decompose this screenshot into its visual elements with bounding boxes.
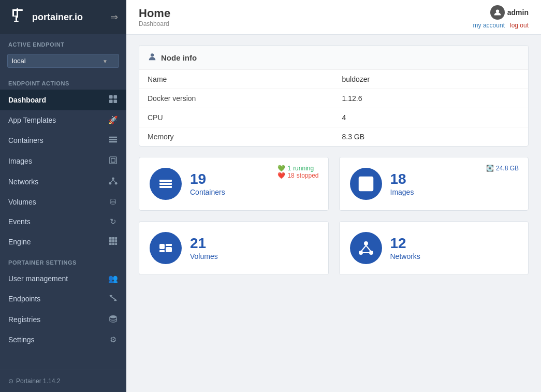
svg-rect-13: [109, 157, 116, 164]
images-stat-icon: [358, 176, 374, 192]
volumes-icon-circle: [150, 232, 182, 264]
images-count: 18: [390, 171, 414, 187]
networks-stat-info: 12 Networks: [390, 236, 420, 261]
svg-rect-12: [109, 141, 116, 142]
networks-stat-card[interactable]: 12 Networks: [339, 221, 529, 275]
sidebar-item-user-management[interactable]: User management 👥: [0, 269, 126, 288]
registries-icon: [108, 314, 118, 325]
sidebar-item-volumes[interactable]: Volumes ⛁: [0, 192, 126, 212]
sidebar-item-containers[interactable]: Containers: [0, 130, 126, 151]
svg-line-48: [366, 245, 371, 251]
svg-rect-4: [16, 17, 17, 21]
sidebar-item-images[interactable]: Images: [0, 151, 126, 171]
node-name-value: buldozer: [334, 70, 529, 89]
node-info-table: Name buldozer Docker version 1.12.6 CPU …: [139, 70, 528, 146]
endpoints-icon: [108, 294, 118, 304]
settings-icon: ⚙: [108, 335, 118, 344]
volumes-stat-card[interactable]: 21 Volumes: [139, 221, 329, 275]
node-name-label: Name: [139, 70, 334, 89]
containers-stat-info: 19 Containers: [190, 171, 225, 197]
endpoint-actions-label: ENDPOINT ACTIONS: [0, 73, 126, 90]
portainer-settings-label: PORTAINER SETTINGS: [0, 252, 126, 269]
svg-rect-39: [362, 180, 370, 188]
svg-rect-41: [159, 250, 165, 252]
sidebar-item-app-templates-label: App Templates: [8, 116, 56, 124]
containers-icon-circle: [150, 168, 182, 200]
cpu-label: CPU: [139, 108, 334, 127]
sidebar-item-settings-label: Settings: [8, 336, 35, 344]
user-info: admin: [490, 5, 529, 20]
svg-rect-22: [115, 237, 117, 240]
active-endpoint-label: ACTIVE ENDPOINT: [0, 34, 126, 51]
sidebar-item-containers-label: Containers: [8, 136, 43, 144]
sidebar-item-user-management-label: User management: [8, 274, 68, 283]
app-templates-icon: 🚀: [108, 115, 118, 125]
sidebar-item-engine-label: Engine: [8, 238, 31, 246]
svg-rect-37: [159, 186, 172, 188]
svg-rect-20: [109, 237, 111, 240]
sidebar-item-registries-label: Registries: [8, 315, 40, 324]
svg-line-18: [110, 180, 113, 182]
page-title: Home: [139, 7, 170, 20]
svg-rect-21: [112, 237, 114, 240]
images-stat-card[interactable]: 18 Images 💽 24.8 GB: [339, 157, 529, 211]
containers-side-info: 💚 1 running ❤️ 18 stopped: [277, 165, 318, 179]
svg-rect-23: [109, 240, 111, 243]
svg-line-19: [113, 180, 115, 182]
svg-point-32: [109, 315, 116, 318]
my-account-link[interactable]: my account: [473, 22, 505, 29]
images-side-info: 💽 24.8 GB: [486, 165, 519, 172]
networks-icon: [108, 177, 118, 187]
volumes-icon: ⛁: [108, 197, 118, 207]
svg-rect-43: [166, 244, 172, 246]
images-stat-info: 18 Images: [390, 171, 414, 197]
user-links: my account log out: [473, 22, 529, 29]
page-subtitle: Dashboard: [139, 20, 170, 27]
volumes-stat-info: 21 Volumes: [190, 236, 218, 261]
svg-point-16: [109, 182, 111, 185]
svg-rect-2: [12, 9, 14, 17]
sidebar: portainer.io ⇒ ACTIVE ENDPOINT local END…: [0, 0, 126, 392]
docker-version-value: 1.12.6: [334, 89, 529, 108]
containers-stopped: ❤️ 18 stopped: [277, 172, 318, 179]
main-content: Home Dashboard admin my account log out: [126, 0, 541, 392]
node-info-header: Node info: [139, 46, 528, 70]
docker-version-label: Docker version: [139, 89, 334, 108]
sidebar-item-app-templates[interactable]: App Templates 🚀: [0, 110, 126, 130]
topbar-user: admin my account log out: [473, 5, 529, 29]
logo-icon: [8, 7, 28, 27]
svg-rect-10: [109, 137, 116, 138]
sidebar-item-settings[interactable]: Settings ⚙: [0, 330, 126, 350]
table-row: Name buldozer: [139, 70, 528, 89]
svg-point-46: [369, 251, 373, 255]
svg-rect-7: [113, 95, 117, 99]
memory-value: 8.3 GB: [334, 127, 529, 147]
sidebar-item-endpoints[interactable]: Endpoints: [0, 288, 126, 309]
user-management-icon: 👥: [108, 274, 118, 283]
sidebar-item-events[interactable]: Events ↻: [0, 212, 126, 231]
containers-running: 💚 1 running: [277, 165, 318, 172]
networks-stat-icon: [358, 240, 374, 256]
heart-stopped-icon: ❤️: [277, 172, 285, 179]
svg-rect-35: [159, 180, 172, 182]
stopped-count: 18: [287, 172, 294, 179]
sidebar-toggle-button[interactable]: ⇒: [110, 11, 118, 23]
footer-github-icon: ⊙: [8, 378, 13, 385]
sidebar-item-registries[interactable]: Registries: [0, 309, 126, 330]
endpoint-select[interactable]: local: [7, 54, 119, 68]
sidebar-item-engine[interactable]: Engine: [0, 231, 126, 252]
stats-grid: 19 Containers 💚 1 running ❤️ 18 stopped: [139, 157, 529, 275]
sidebar-item-networks[interactable]: Networks: [0, 171, 126, 192]
sidebar-item-volumes-label: Volumes: [8, 198, 36, 206]
svg-rect-28: [115, 243, 117, 245]
svg-rect-3: [14, 16, 18, 17]
svg-rect-6: [109, 95, 112, 99]
page-body: Node info Name buldozer Docker version 1…: [126, 35, 541, 392]
svg-rect-36: [159, 183, 172, 185]
logout-link[interactable]: log out: [510, 22, 529, 29]
sidebar-item-dashboard[interactable]: Dashboard: [0, 90, 126, 110]
volumes-count: 21: [190, 236, 218, 252]
svg-rect-8: [109, 99, 112, 103]
images-label: Images: [390, 188, 414, 196]
containers-stat-card[interactable]: 19 Containers 💚 1 running ❤️ 18 stopped: [139, 157, 329, 211]
